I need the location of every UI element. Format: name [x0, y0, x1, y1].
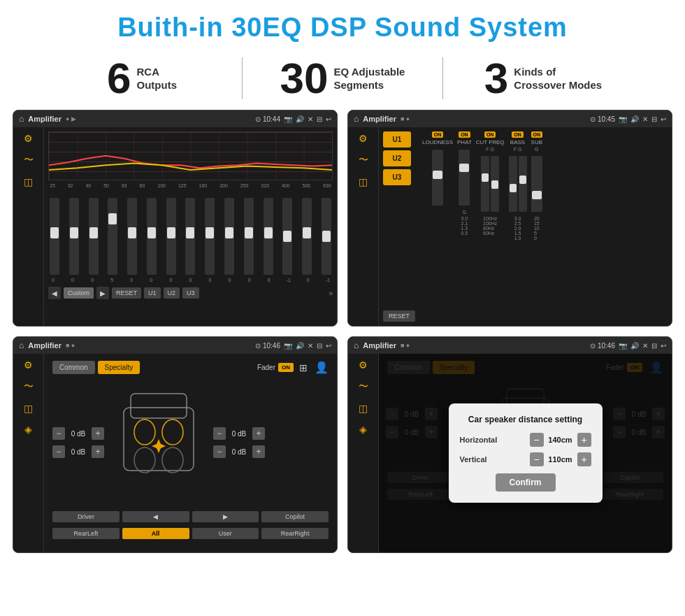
eq-slider-2[interactable] [89, 198, 99, 275]
horizontal-plus-button[interactable]: + [577, 433, 591, 447]
cutfreq-slider-f[interactable] [481, 156, 489, 212]
eq-u1-button[interactable]: U1 [144, 287, 161, 299]
dialog-sidebar-speaker-icon[interactable]: ◫ [359, 403, 368, 414]
common-mode-button[interactable]: Common [52, 361, 95, 374]
crossover-sidebar-wave-icon[interactable]: 〜 [24, 380, 34, 393]
amp2-close-icon[interactable]: ✕ [642, 115, 648, 123]
dialog-minimize-icon[interactable]: ⊟ [651, 342, 657, 350]
eq-slider-11[interactable] [264, 198, 273, 275]
screen-dialog-content: Common Specialty Fader ON 👤 −0 dB+ −0 dB… [379, 354, 672, 552]
eq-slider-13[interactable] [302, 198, 312, 275]
crossover-sidebar-vol-icon[interactable]: ◈ [24, 424, 32, 435]
fader-slider-icon[interactable]: ⊞ [299, 362, 308, 373]
crossover-nav-right-button[interactable]: ▶ [192, 511, 259, 522]
right-bottom-vol-value: 0 dB [229, 448, 250, 456]
preset-u3-button[interactable]: U3 [383, 169, 411, 185]
close-icon[interactable]: ✕ [308, 115, 313, 123]
all-button[interactable]: All [122, 528, 189, 539]
dialog-volume-icon[interactable]: 🔊 [630, 342, 639, 350]
amp2-volume-icon[interactable]: 🔊 [630, 115, 639, 123]
amp2-sidebar-speaker-icon[interactable]: ◫ [359, 176, 368, 187]
phat-slider[interactable] [459, 150, 470, 206]
eq-slider-3[interactable] [108, 198, 117, 275]
eq-slider-0[interactable] [50, 198, 59, 275]
eq-expand-icon[interactable]: » [329, 289, 333, 297]
eq-slider-5[interactable] [147, 198, 157, 275]
home-icon-3[interactable]: ⌂ [19, 341, 24, 350]
dialog-sidebar-wave-icon[interactable]: 〜 [359, 380, 368, 393]
eq-sidebar-speaker-icon[interactable]: ◫ [24, 176, 33, 187]
horizontal-minus-button[interactable]: − [530, 433, 544, 447]
user-button[interactable]: User [192, 528, 259, 539]
eq-slider-6[interactable] [166, 198, 176, 275]
crossover-minimize-icon[interactable]: ⊟ [317, 342, 322, 350]
confirm-button[interactable]: Confirm [496, 473, 556, 492]
right-bottom-plus-button[interactable]: + [252, 445, 265, 458]
eq-u3-button[interactable]: U3 [182, 287, 199, 299]
home-icon-2[interactable]: ⌂ [354, 114, 359, 124]
eq-slider-8[interactable] [205, 198, 215, 275]
right-top-minus-button[interactable]: − [213, 427, 226, 440]
eq-next-button[interactable]: ▶ [96, 287, 109, 299]
crossover-main-area: − 0 dB + − 0 dB + [48, 377, 333, 508]
eq-slider-10[interactable] [244, 198, 254, 275]
left-bottom-plus-button[interactable]: + [92, 445, 104, 458]
eq-slider-12[interactable] [282, 198, 292, 275]
back-icon[interactable]: ↩ [326, 115, 331, 123]
amp2-minimize-icon[interactable]: ⊟ [651, 115, 657, 123]
preset-u2-button[interactable]: U2 [383, 150, 411, 166]
person-icon[interactable]: 👤 [315, 361, 329, 374]
eq-prev-button[interactable]: ◀ [48, 287, 61, 299]
driver-button[interactable]: Driver [52, 511, 120, 522]
vertical-plus-button[interactable]: + [577, 452, 591, 466]
loudness-slider[interactable] [432, 150, 443, 206]
bass-slider-f[interactable] [509, 156, 517, 212]
eq-slider-14[interactable] [322, 198, 331, 275]
left-top-plus-button[interactable]: + [92, 427, 104, 440]
eq-val-14: -1 [323, 278, 333, 282]
cutfreq-slider-g[interactable] [491, 156, 499, 212]
dialog-sidebar-eq-icon[interactable]: ⚙ [359, 359, 368, 371]
vertical-minus-button[interactable]: − [530, 452, 544, 466]
rearleft-button[interactable]: RearLeft [52, 528, 120, 539]
minimize-icon[interactable]: ⊟ [317, 115, 322, 123]
eq-slider-4[interactable] [127, 198, 137, 275]
left-bottom-minus-button[interactable]: − [52, 445, 65, 458]
eq-reset-button[interactable]: RESET [112, 287, 141, 299]
dialog-sidebar-vol-icon[interactable]: ◈ [359, 424, 367, 435]
crossover-nav-left-button[interactable]: ◀ [122, 511, 189, 522]
right-top-plus-button[interactable]: + [252, 427, 265, 440]
amp2-sidebar-eq-icon[interactable]: ⚙ [359, 133, 368, 144]
amp2-reset-button[interactable]: RESET [383, 310, 415, 322]
specialty-mode-button[interactable]: Specialty [98, 361, 140, 374]
eq-slider-9[interactable] [224, 198, 234, 275]
left-top-minus-button[interactable]: − [52, 427, 65, 440]
eq-slider-1[interactable] [69, 198, 79, 275]
home-icon[interactable]: ⌂ [19, 114, 24, 124]
dialog-close-icon[interactable]: ✕ [642, 342, 648, 350]
sub-slider[interactable] [531, 156, 542, 212]
bass-slider-g[interactable] [519, 156, 527, 212]
eq-sidebar-eq-icon[interactable]: ⚙ [24, 133, 33, 144]
eq-custom-button[interactable]: Custom [64, 287, 94, 299]
crossover-sidebar-speaker-icon[interactable]: ◫ [24, 403, 33, 414]
eq-label-160: 160 [199, 183, 208, 188]
eq-slider-7[interactable] [185, 198, 195, 275]
preset-u1-button[interactable]: U1 [383, 131, 411, 148]
bass-thumb-g [519, 176, 526, 184]
amp2-sidebar-wave-icon[interactable]: 〜 [359, 154, 368, 166]
crossover-close-icon[interactable]: ✕ [308, 342, 313, 350]
dialog-back-icon[interactable]: ↩ [661, 342, 666, 350]
rearright-button[interactable]: RearRight [261, 528, 329, 539]
eq-u2-button[interactable]: U2 [164, 287, 180, 299]
eq-sidebar-wave-icon[interactable]: 〜 [24, 154, 34, 166]
crossover-volume-icon[interactable]: 🔊 [296, 342, 304, 350]
stat-eq-number: 30 [280, 57, 329, 100]
crossover-back-icon[interactable]: ↩ [326, 342, 331, 350]
right-bottom-minus-button[interactable]: − [213, 445, 226, 458]
crossover-sidebar-eq-icon[interactable]: ⚙ [24, 359, 33, 371]
amp2-back-icon[interactable]: ↩ [661, 115, 666, 123]
home-icon-4[interactable]: ⌂ [354, 341, 359, 350]
volume-icon[interactable]: 🔊 [296, 115, 304, 123]
copilot-button[interactable]: Copilot [261, 511, 329, 522]
